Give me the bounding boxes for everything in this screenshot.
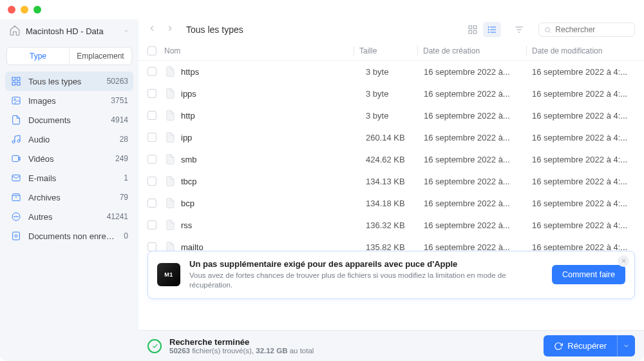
status-footer: Recherche terminée 50263 fichier(s) trou… xyxy=(138,330,644,361)
col-modified[interactable]: Date de modification xyxy=(532,46,635,55)
file-size: 3 byte xyxy=(366,89,424,99)
svg-point-18 xyxy=(15,235,17,237)
file-icon xyxy=(164,152,181,166)
row-checkbox[interactable] xyxy=(147,177,156,186)
table-row[interactable]: bcp134.18 KB16 septembre 2022 à...16 sep… xyxy=(138,192,644,214)
search-box[interactable] xyxy=(538,23,635,37)
window-minimize-button[interactable] xyxy=(21,6,28,14)
file-name: smb xyxy=(181,155,366,164)
select-all-checkbox[interactable] xyxy=(147,46,156,55)
list-view-button[interactable] xyxy=(483,22,501,37)
table-row[interactable]: http3 byte16 septembre 2022 à...16 septe… xyxy=(138,104,644,126)
sidebar-item-count: 28 xyxy=(120,135,128,144)
row-checkbox[interactable] xyxy=(147,111,156,120)
sidebar-item-other[interactable]: Autres41241 xyxy=(5,207,133,226)
sidebar-item-label: Images xyxy=(28,96,104,106)
svg-rect-10 xyxy=(12,175,20,180)
other-icon xyxy=(10,211,22,222)
sidebar-item-label: E-mails xyxy=(28,173,117,183)
home-icon xyxy=(9,24,21,38)
videos-icon xyxy=(10,153,22,164)
table-row[interactable]: ipp260.14 KB16 septembre 2022 à...16 sep… xyxy=(138,126,644,148)
recover-dropdown[interactable] xyxy=(617,335,635,356)
file-created: 16 septembre 2022 à... xyxy=(424,220,532,230)
toolbar: Tous les types xyxy=(138,19,644,41)
docs-icon xyxy=(10,115,22,125)
row-checkbox[interactable] xyxy=(147,133,156,142)
success-icon xyxy=(147,339,162,353)
window-close-button[interactable] xyxy=(8,6,15,14)
table-row[interactable]: rss136.32 KB16 septembre 2022 à...16 sep… xyxy=(138,214,644,236)
view-mode-segment: Type Emplacement xyxy=(6,47,132,65)
row-checkbox[interactable] xyxy=(147,220,156,229)
sidebar-item-label: Vidéos xyxy=(28,154,109,164)
sidebar-item-images[interactable]: Images3751 xyxy=(5,91,133,110)
file-name: https xyxy=(181,67,366,77)
audio-icon xyxy=(10,134,22,144)
file-created: 16 septembre 2022 à... xyxy=(424,67,532,77)
nav-back-button[interactable] xyxy=(147,24,156,35)
grid-view-button[interactable] xyxy=(464,22,482,37)
svg-rect-17 xyxy=(13,232,20,240)
file-modified: 16 septembre 2022 à 4:... xyxy=(532,199,635,208)
file-icon xyxy=(164,64,181,79)
file-created: 16 septembre 2022 à... xyxy=(424,199,532,208)
sidebar-item-videos[interactable]: Vidéos249 xyxy=(5,149,133,168)
sidebar-item-count: 3751 xyxy=(111,96,128,105)
window-zoom-button[interactable] xyxy=(33,6,41,14)
banner-how-button[interactable]: Comment faire xyxy=(552,265,625,284)
sidebar-item-docs[interactable]: Documents4914 xyxy=(5,110,133,130)
m1-chip-icon: M1 xyxy=(157,263,180,286)
file-modified: 16 septembre 2022 à 4:... xyxy=(532,220,635,230)
search-input[interactable] xyxy=(555,25,629,34)
window-titlebar xyxy=(0,0,644,19)
sidebar-item-count: 1 xyxy=(124,173,128,182)
file-modified: 16 septembre 2022 à 4:... xyxy=(532,133,635,142)
sidebar-item-arch[interactable]: Archives79 xyxy=(5,188,133,207)
arch-icon xyxy=(10,192,22,202)
sidebar-item-audio[interactable]: Audio28 xyxy=(5,130,133,149)
nav-forward-button[interactable] xyxy=(166,24,175,35)
table-header: Nom Taille Date de création Date de modi… xyxy=(138,41,644,61)
col-size[interactable]: Taille xyxy=(359,46,417,55)
segment-type[interactable]: Type xyxy=(7,48,70,64)
svg-point-5 xyxy=(14,99,16,101)
recover-button[interactable]: Récupérer xyxy=(544,335,617,356)
svg-rect-4 xyxy=(12,97,20,104)
sidebar-item-emails[interactable]: E-mails1 xyxy=(5,168,133,188)
breadcrumb: Tous les types xyxy=(184,24,460,35)
table-row[interactable]: tbcp134.13 KB16 septembre 2022 à...16 se… xyxy=(138,170,644,192)
row-checkbox[interactable] xyxy=(147,155,156,164)
sidebar-item-label: Documents non enregist... xyxy=(28,231,117,241)
file-icon xyxy=(164,86,181,101)
sidebar-item-label: Documents xyxy=(28,115,104,125)
svg-point-15 xyxy=(14,216,15,217)
sidebar: Macintosh HD - Data Type Emplacement Tou… xyxy=(0,19,138,361)
banner-title: Un pas supplémentaire exigé pour des app… xyxy=(189,259,543,269)
banner-close-button[interactable] xyxy=(618,255,629,267)
col-name[interactable]: Nom xyxy=(164,46,354,55)
file-size: 136.32 KB xyxy=(366,220,424,230)
svg-rect-11 xyxy=(12,195,20,200)
row-checkbox[interactable] xyxy=(147,89,156,98)
disk-selector[interactable]: Macintosh HD - Data xyxy=(5,21,133,44)
sidebar-item-all[interactable]: Tous les types50263 xyxy=(5,72,133,91)
svg-point-6 xyxy=(12,141,15,143)
svg-rect-20 xyxy=(473,26,477,29)
filter-button[interactable] xyxy=(510,22,528,37)
file-icon xyxy=(164,108,181,122)
row-checkbox[interactable] xyxy=(147,67,156,76)
file-name: http xyxy=(181,111,366,121)
sidebar-item-label: Audio xyxy=(28,135,113,144)
table-row[interactable]: ipps3 byte16 septembre 2022 à...16 septe… xyxy=(138,83,644,104)
file-name: bcp xyxy=(181,199,366,208)
svg-point-16 xyxy=(17,216,18,217)
svg-rect-21 xyxy=(469,30,472,34)
row-checkbox[interactable] xyxy=(147,199,156,208)
row-checkbox[interactable] xyxy=(147,242,156,251)
table-row[interactable]: https3 byte16 septembre 2022 à...16 sept… xyxy=(138,61,644,83)
sidebar-item-unsav[interactable]: Documents non enregist...0 xyxy=(5,226,133,246)
segment-location[interactable]: Emplacement xyxy=(70,48,131,64)
table-row[interactable]: smb424.62 KB16 septembre 2022 à...16 sep… xyxy=(138,148,644,170)
col-created[interactable]: Date de création xyxy=(423,46,526,55)
